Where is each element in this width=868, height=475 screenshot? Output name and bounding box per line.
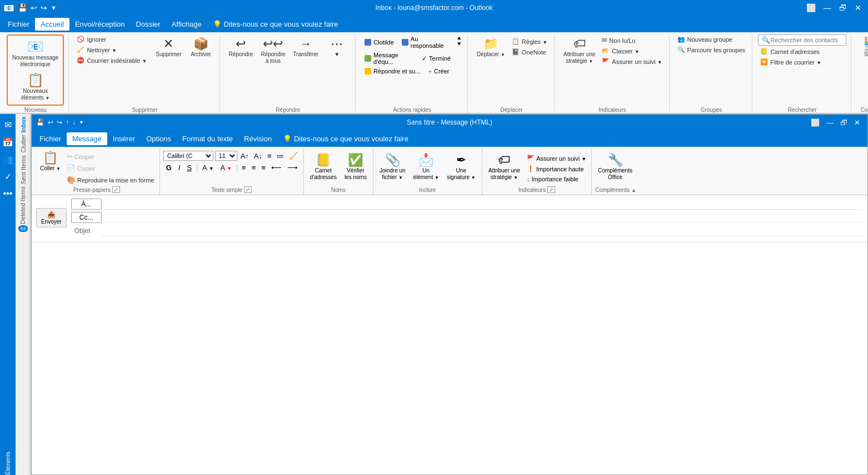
qa-termine[interactable]: ✓Terminé (418, 51, 454, 66)
un-element-btn[interactable]: 📩 Unélément ▼ (411, 151, 442, 182)
courrier-indesirable-btn[interactable]: ⛔ Courrier indésirable ▼ (74, 56, 149, 65)
importance-faible-btn[interactable]: ↓ Importance faible (525, 175, 588, 184)
cc-btn[interactable]: Cc... (71, 212, 102, 223)
onenote-btn[interactable]: 📓 OneNote (510, 47, 550, 57)
qa-responsable[interactable]: Au responsable (398, 34, 454, 50)
compose-menu-format[interactable]: Format du texte (177, 132, 238, 145)
folder-sent[interactable]: Sent Items (20, 155, 27, 185)
bullets-btn[interactable]: ≡ (266, 151, 273, 161)
font-size-select[interactable]: 11 (215, 151, 237, 161)
nav-mail-icon[interactable]: ✉ (3, 116, 13, 133)
actions-scroll-down[interactable]: ▼ (456, 41, 462, 47)
align-center-btn[interactable]: ≡ (250, 162, 258, 173)
compose-menu-message[interactable]: Message (67, 132, 107, 145)
qat-undo[interactable]: ↩ (31, 3, 37, 12)
compose-help-item[interactable]: 💡 Dites-nous ce que vous voulez faire (277, 132, 414, 145)
compose-undo-icon[interactable]: ↩ (48, 118, 53, 126)
transferer-btn[interactable]: → Transférer (290, 34, 322, 60)
presse-papiers-expand[interactable]: ⤢ (112, 186, 120, 193)
deplacer-btn[interactable]: 📁 Déplacer ▼ (473, 34, 508, 60)
align-right-btn[interactable]: ≡ (259, 162, 268, 173)
qa-repondre-su[interactable]: Répondre et su... (361, 67, 423, 76)
search-contacts-input[interactable] (770, 37, 842, 43)
nouveau-groupe-btn[interactable]: 👥 Nouveau groupe (675, 34, 748, 44)
compose-minimize-btn[interactable]: — (824, 117, 836, 128)
compose-redo-icon[interactable]: ↪ (57, 118, 62, 126)
compose-menu-options[interactable]: Options (141, 132, 177, 145)
bold-btn[interactable]: G (163, 162, 174, 173)
menu-accueil[interactable]: Accueil (35, 18, 69, 31)
menu-affichage[interactable]: Affichage (166, 18, 207, 31)
numbering-btn[interactable]: ≔ (275, 151, 286, 161)
actions-scroll-up[interactable]: ▲ (456, 34, 462, 41)
compose-down-icon[interactable]: ↓ (72, 118, 76, 126)
ignorer-btn[interactable]: 🚫 Ignorer (74, 34, 149, 44)
complements-office-btn[interactable]: 🔧 ComplémentsOffice (595, 151, 635, 182)
increase-indent-btn[interactable]: ⟶ (285, 162, 300, 173)
underline-btn[interactable]: S (184, 162, 194, 173)
compose-qat-customize[interactable]: ▼ (79, 120, 84, 125)
texte-simple-expand[interactable]: ⤢ (244, 186, 252, 193)
align-left-btn[interactable]: ≡ (240, 162, 248, 173)
menu-fichier[interactable]: Fichier (2, 18, 35, 31)
attribuer-strategie-btn[interactable]: 🏷 Attribuer unestratégie ▼ (560, 34, 598, 67)
nettoyer-btn[interactable]: 🧹 Nettoyer ▼ (74, 45, 149, 55)
importance-haute-btn[interactable]: ❗ Importance haute (525, 164, 588, 174)
store-btn[interactable]: 🏪 Store (857, 34, 868, 60)
font-grow-btn[interactable]: A↑ (239, 151, 251, 161)
carnet-adresses-btn[interactable]: 📒 Carnet d'adresses (758, 47, 846, 56)
complements-expand[interactable]: ▲ (631, 187, 636, 193)
to-input[interactable] (104, 199, 863, 210)
archiver-btn[interactable]: 📦 Archiver (187, 34, 215, 60)
une-signature-btn[interactable]: ✒ Unesignature ▼ (444, 151, 478, 182)
assurer-suivi-btn[interactable]: 🚩 Assurer un suivi ▼ (600, 57, 664, 66)
menu-envoi-reception[interactable]: Envoi/réception (69, 18, 131, 31)
nouveau-message-btn[interactable]: 📧 Nouveau messageélectronique (9, 37, 62, 70)
nouveaux-elements-btn[interactable]: 📋 Nouveauxéléments ▼ (9, 70, 62, 103)
menu-dossier[interactable]: Dossier (131, 18, 166, 31)
folder-deleted[interactable]: Deleted Items 84 (18, 186, 27, 232)
qat-customize[interactable]: ▼ (51, 4, 57, 11)
decrease-indent-btn[interactable]: ⟵ (269, 162, 284, 173)
filtre-courrier-btn[interactable]: 🔽 Filtre de courrier ▼ (758, 57, 846, 67)
compose-restore-btn[interactable]: 🗗 (837, 117, 850, 128)
assurer-suivi-compose-btn[interactable]: 🚩 Assurer un suivi ▼ (525, 154, 588, 163)
regles-btn[interactable]: 📋 Règles ▼ (510, 37, 550, 46)
restore-btn[interactable]: 🗗 (836, 2, 850, 13)
compose-menu-inserer[interactable]: Insérer (107, 132, 141, 145)
send-btn[interactable]: 📤 Envoyer (36, 208, 67, 227)
ribbon-toggle-btn[interactable]: ⬜ (803, 2, 819, 13)
parcourir-groupes-btn[interactable]: 🔍 Parcourir les groupes (675, 45, 748, 55)
copier-btn[interactable]: 📄 Copier (65, 163, 156, 174)
reproduire-btn[interactable]: 🎨 Reproduire la mise en forme (65, 175, 156, 185)
carnet-adresses-compose-btn[interactable]: 📒 Carnetd'adresses (307, 151, 340, 182)
qat-redo[interactable]: ↪ (41, 3, 47, 12)
minimize-btn[interactable]: — (820, 2, 835, 13)
joindre-fichier-btn[interactable]: 📎 Joindre unfichier ▼ (377, 151, 408, 182)
compose-menu-revision[interactable]: Révision (238, 132, 277, 145)
cc-input[interactable] (104, 212, 863, 223)
qat-save[interactable]: 💾 (18, 3, 27, 12)
subject-input[interactable] (102, 225, 863, 236)
font-color-btn[interactable]: A ▼ (218, 162, 235, 173)
folder-inbox[interactable]: Inbox (20, 116, 27, 132)
supprimer-btn[interactable]: ✕ Supprimer (152, 34, 184, 60)
coller-btn[interactable]: 📋 Coller ▼ (37, 149, 63, 173)
clear-format-btn[interactable]: 🧹 (287, 151, 300, 161)
compose-menu-fichier[interactable]: Fichier (34, 132, 67, 145)
highlight-btn[interactable]: A ▼ (199, 162, 217, 173)
nav-tasks-icon[interactable]: ✓ (3, 168, 13, 185)
italic-btn[interactable]: I (176, 162, 183, 173)
folder-clutter[interactable]: Clutter (20, 135, 27, 152)
compose-close-btn[interactable]: ✕ (851, 117, 863, 128)
qa-creer[interactable]: +Créer (425, 67, 453, 76)
compose-up-icon[interactable]: ↑ (66, 118, 69, 126)
compose-body[interactable] (32, 243, 867, 474)
compose-layout-btn[interactable]: ⬜ (808, 117, 822, 128)
compose-save-icon[interactable]: 💾 (36, 118, 44, 126)
couper-btn[interactable]: ✂ Couper (65, 151, 156, 162)
font-family-select[interactable]: Calibri (C (163, 151, 213, 161)
attribuer-strategie-compose-btn[interactable]: 🏷 Attribuer unestratégie ▼ (486, 151, 523, 182)
more-reply-btn[interactable]: ⋯ ▼ (323, 34, 351, 60)
repondre-tous-btn[interactable]: ↩↩ Répondreà tous (257, 34, 288, 67)
